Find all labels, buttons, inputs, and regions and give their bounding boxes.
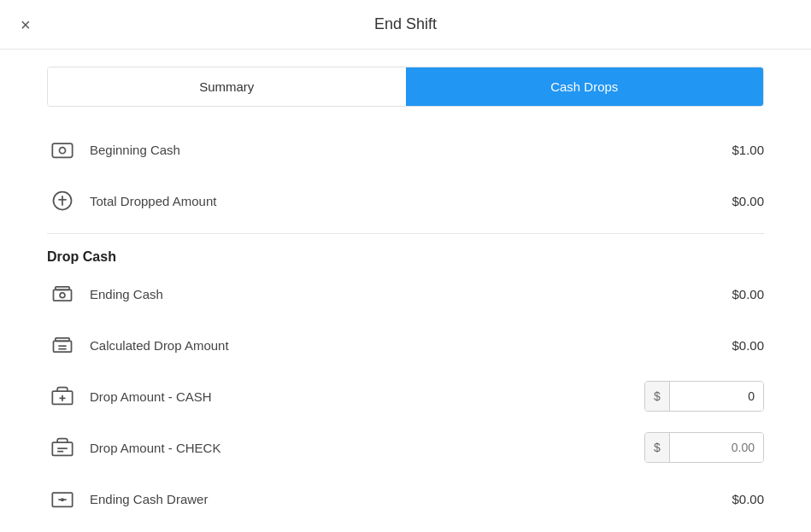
total-dropped-value: $0.00 [732,194,764,208]
divider-1 [47,233,764,234]
svg-point-7 [60,293,65,298]
svg-point-1 [60,148,66,154]
ending-cash-drawer-row: Ending Cash Drawer $0.00 [47,473,764,524]
calculated-drop-row: Calculated Drop Amount $0.00 [47,319,764,371]
svg-rect-6 [56,287,69,290]
drop-amount-cash-label: Drop Amount - CASH [90,389,644,404]
calc-icon [47,330,78,360]
ending-cash-drawer-value: $0.00 [732,492,764,506]
total-dropped-label: Total Dropped Amount [90,194,732,208]
ending-cash-row: Ending Cash $0.00 [47,268,764,319]
ending-cash-value: $0.00 [732,287,764,301]
beginning-cash-label: Beginning Cash [90,143,732,157]
check-icon [47,432,78,463]
drop-amount-check-label: Drop Amount - CHECK [90,441,644,455]
drop-amount-check-row: Drop Amount - CHECK $ [47,422,764,473]
tab-cash-drops[interactable]: Cash Drops [406,67,764,106]
calculated-drop-value: $0.00 [732,338,764,353]
total-dropped-row: Total Dropped Amount $0.00 [47,175,764,226]
cash-stack-icon [47,278,78,309]
cash-icon [47,134,78,165]
drop-icon [47,185,78,216]
beginning-cash-row: Beginning Cash $1.00 [47,124,764,175]
drop-amount-check-input[interactable] [670,433,763,462]
drop-amount-check-input-wrapper: $ [644,432,764,463]
tab-summary[interactable]: Summary [48,67,406,106]
tab-bar: Summary Cash Drops [47,67,764,107]
ending-cash-drawer-label: Ending Cash Drawer [90,492,732,506]
drop-amount-cash-input-wrapper: $ [644,381,764,412]
cash-prefix: $ [645,382,670,411]
ending-cash-label: Ending Cash [90,287,732,301]
drop-amount-cash-input[interactable] [670,382,763,411]
drop-cash-title: Drop Cash [47,241,764,268]
beginning-cash-value: $1.00 [732,143,764,157]
svg-rect-5 [54,289,72,301]
content-area: Beginning Cash $1.00 Total Dropped Amoun… [0,107,811,532]
drawer-icon [47,483,78,514]
modal-header: × End Shift [0,0,811,50]
cash-box-icon [47,381,78,412]
drop-amount-cash-row: Drop Amount - CASH $ [47,371,764,422]
close-button[interactable]: × [17,13,34,37]
calculated-drop-label: Calculated Drop Amount [90,338,732,353]
svg-rect-9 [56,338,69,342]
check-prefix: $ [645,433,670,462]
modal-title: End Shift [374,15,437,33]
svg-rect-0 [52,143,72,157]
